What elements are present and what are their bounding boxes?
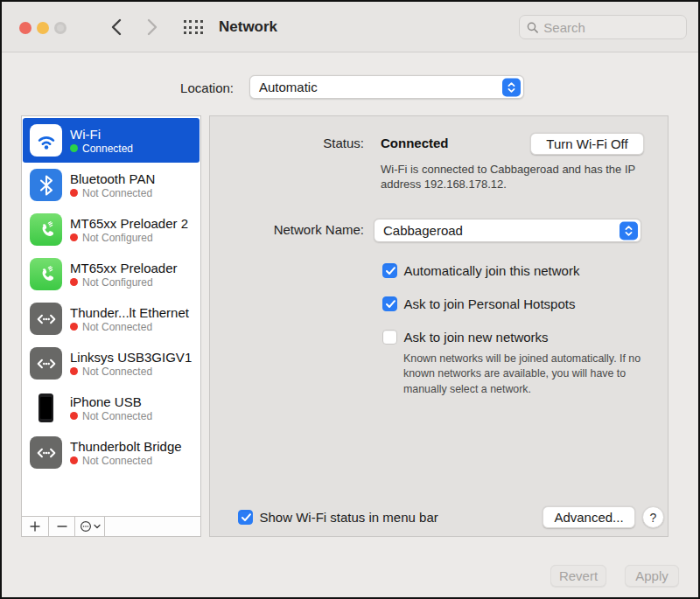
more-options-button[interactable]	[75, 517, 105, 536]
add-service-button[interactable]	[22, 517, 49, 536]
checkbox-new-networks[interactable]: Ask to join new networks	[382, 330, 549, 345]
title-bar: Network	[2, 2, 698, 52]
network-name-label: Network Name:	[210, 222, 364, 237]
sidebar-toolbar	[22, 516, 200, 536]
service-name: iPhone USB	[70, 394, 152, 409]
revert-button[interactable]: Revert	[550, 565, 606, 587]
help-button[interactable]: ?	[642, 506, 664, 528]
window-title: Network	[219, 18, 277, 36]
location-label: Location:	[2, 80, 234, 95]
status-dot	[70, 367, 78, 375]
sidebar-item-thunderbolt-bridge[interactable]: Thunderbolt Bridge Not Connected	[23, 430, 200, 475]
search-icon	[527, 21, 538, 34]
status-dot	[70, 456, 78, 464]
remove-service-button[interactable]	[49, 517, 75, 536]
chevron-down-icon	[94, 524, 101, 529]
service-name: Thunder...lt Ethernet	[70, 305, 189, 320]
stepper-icon	[620, 221, 638, 240]
status-dot	[70, 189, 78, 197]
ethernet-icon	[30, 436, 62, 469]
sidebar-item-thunderbolt-ethernet[interactable]: Thunder...lt Ethernet Not Connected	[23, 296, 200, 341]
checkbox-label: Show Wi-Fi status in menu bar	[260, 510, 438, 525]
sidebar-item-mt65xx-preloader[interactable]: MT65xx Preloader Not Configured	[23, 252, 200, 296]
wifi-icon	[30, 124, 62, 157]
ellipsis-circle-icon	[80, 520, 92, 533]
service-name: MT65xx Preloader 2	[70, 216, 188, 231]
minimize-button[interactable]	[37, 22, 49, 34]
search-field[interactable]	[519, 15, 687, 39]
service-name: Linksys USB3GIGV1	[70, 350, 192, 365]
status-dot	[70, 412, 78, 420]
service-status: Not Connected	[82, 321, 152, 333]
join-note: Known networks will be joined automatica…	[403, 352, 657, 397]
sidebar-item-iphone-usb[interactable]: iPhone USB Not Connected	[23, 386, 200, 430]
status-dot	[70, 233, 78, 241]
search-input[interactable]	[543, 20, 679, 35]
sidebar-item-wifi[interactable]: Wi-Fi Connected	[23, 118, 200, 163]
status-label: Status:	[210, 136, 364, 150]
checkbox-box[interactable]	[382, 296, 397, 311]
service-status: Not Connected	[82, 187, 152, 199]
wifi-detail-panel: Status: Connected Turn Wi-Fi Off Wi-Fi i…	[209, 115, 668, 537]
service-name: MT65xx Preloader	[70, 261, 178, 275]
checkbox-label: Ask to join Personal Hotspots	[404, 296, 576, 311]
check-icon	[385, 266, 396, 276]
network-name-value: Cabbageroad	[383, 223, 463, 238]
service-status: Not Connected	[82, 410, 152, 422]
iphone-icon	[30, 392, 62, 424]
check-icon	[385, 299, 396, 310]
ethernet-icon	[30, 303, 62, 335]
sidebar-item-bluetooth-pan[interactable]: Bluetooth PAN Not Connected	[23, 163, 200, 207]
service-status: Not Configured	[82, 276, 153, 289]
service-status: Not Connected	[82, 366, 152, 378]
checkbox-label: Ask to join new networks	[404, 330, 549, 345]
service-name: Wi-Fi	[70, 127, 133, 142]
phone-icon	[30, 258, 62, 290]
checkbox-personal-hotspots[interactable]: Ask to join Personal Hotspots	[382, 296, 575, 311]
location-dropdown[interactable]: Automatic	[249, 75, 524, 99]
phone-icon	[30, 213, 62, 246]
forward-button[interactable]	[142, 17, 163, 38]
checkbox-auto-join[interactable]: Automatically join this network	[382, 263, 579, 278]
network-preferences-window: Network Location: Automatic Wi-Fi Connec…	[0, 0, 700, 599]
back-button[interactable]	[105, 17, 126, 38]
bluetooth-icon	[30, 169, 62, 201]
ethernet-icon	[30, 347, 62, 380]
apply-button[interactable]: Apply	[625, 565, 679, 587]
plus-icon	[30, 521, 40, 532]
status-dot	[70, 323, 78, 331]
status-dot	[70, 144, 78, 152]
status-dot	[70, 278, 78, 286]
sidebar-item-mt65xx-preloader-2[interactable]: MT65xx Preloader 2 Not Configured	[23, 207, 200, 252]
status-description: Wi-Fi is connected to Cabbageroad and ha…	[381, 162, 639, 192]
sidebar-item-linksys-usb3gigv1[interactable]: Linksys USB3GIGV1 Not Connected	[23, 341, 200, 386]
minus-icon	[57, 521, 67, 532]
stepper-icon	[502, 78, 521, 96]
service-status: Connected	[82, 143, 133, 155]
zoom-button-disabled	[54, 22, 66, 34]
status-value: Connected	[381, 136, 449, 150]
advanced-button[interactable]: Advanced...	[542, 506, 635, 528]
service-status: Not Connected	[82, 455, 152, 467]
check-icon	[241, 512, 252, 523]
chevron-right-icon	[147, 18, 158, 36]
checkbox-box[interactable]	[382, 263, 397, 278]
network-name-dropdown[interactable]: Cabbageroad	[374, 219, 641, 242]
show-all-grid-icon[interactable]	[184, 20, 204, 35]
checkbox-menu-bar[interactable]: Show Wi-Fi status in menu bar	[238, 510, 438, 525]
checkbox-box[interactable]	[238, 510, 253, 525]
service-name: Bluetooth PAN	[70, 171, 155, 186]
service-name: Thunderbolt Bridge	[70, 439, 182, 454]
location-value: Automatic	[259, 80, 318, 94]
chevron-left-icon	[110, 18, 122, 36]
turn-wifi-off-button[interactable]: Turn Wi-Fi Off	[530, 133, 644, 155]
service-status: Not Configured	[82, 232, 153, 244]
checkbox-label: Automatically join this network	[404, 263, 580, 278]
services-sidebar: Wi-Fi Connected Bluetooth PAN Not Connec…	[21, 115, 201, 537]
checkbox-box[interactable]	[382, 330, 397, 345]
close-button[interactable]	[19, 22, 32, 34]
